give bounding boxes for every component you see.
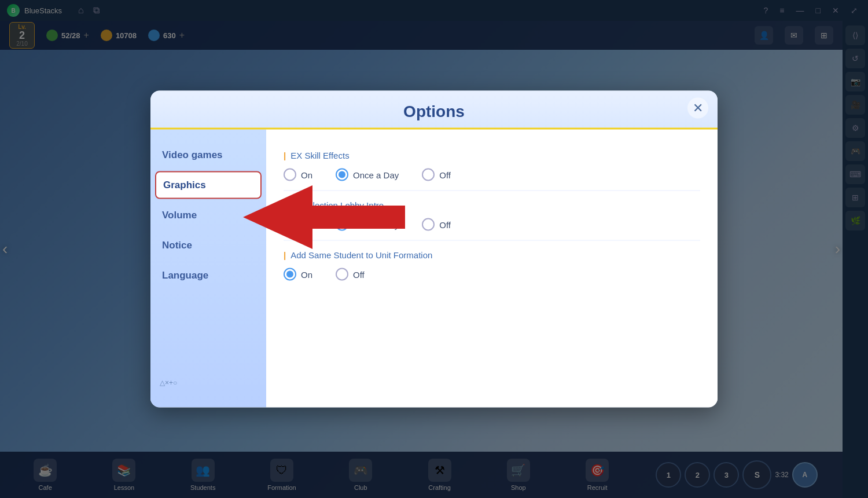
options-sidebar: Video games Graphics Volume Notice Langu… bbox=[150, 130, 266, 408]
dialog-close-button[interactable]: ✕ bbox=[687, 98, 708, 119]
lobby-intro-once[interactable]: Once a Day bbox=[336, 218, 399, 231]
dialog-header: Options ✕ bbox=[150, 91, 718, 130]
lobby-intro-once-label: Once a Day bbox=[353, 219, 399, 229]
options-nav-volume[interactable]: Volume bbox=[150, 202, 266, 229]
lobby-intro-options: On Once a Day Off bbox=[284, 218, 700, 231]
ex-skills-once-label: Once a Day bbox=[353, 170, 399, 180]
options-nav-video-games[interactable]: Video games bbox=[150, 141, 266, 169]
sidebar-footer: △×+○ bbox=[150, 369, 266, 396]
unit-formation-off-label: Off bbox=[353, 269, 365, 279]
ex-skills-once[interactable]: Once a Day bbox=[336, 169, 399, 181]
lobby-intro-off-label: Off bbox=[439, 219, 451, 229]
options-nav-notice[interactable]: Notice bbox=[150, 232, 266, 259]
options-nav-graphics[interactable]: Graphics bbox=[155, 171, 262, 199]
unit-formation-off[interactable]: Off bbox=[336, 268, 365, 281]
ex-skills-off[interactable]: Off bbox=[422, 169, 451, 181]
ex-skills-options: On Once a Day Off bbox=[284, 169, 700, 181]
unit-formation-on-label: On bbox=[301, 269, 312, 279]
lobby-intro-section: Recollection Lobby Intro On Once a Day O… bbox=[284, 191, 700, 241]
options-content: EX Skill Effects On Once a Day Off bbox=[266, 130, 718, 408]
ex-skills-off-radio[interactable] bbox=[422, 169, 435, 181]
options-dialog: Options ✕ Video games Graphics Volume No… bbox=[150, 91, 718, 408]
ex-skills-on-label: On bbox=[301, 170, 312, 180]
dialog-title: Options bbox=[403, 102, 465, 128]
options-nav-language[interactable]: Language bbox=[150, 262, 266, 290]
unit-formation-on[interactable]: On bbox=[284, 268, 312, 281]
lobby-intro-off[interactable]: Off bbox=[422, 218, 451, 231]
unit-formation-section: Add Same Student to Unit Formation On Of… bbox=[284, 241, 700, 290]
dialog-body: Video games Graphics Volume Notice Langu… bbox=[150, 130, 718, 408]
lobby-intro-on-radio[interactable] bbox=[284, 218, 296, 231]
ex-skills-on-radio[interactable] bbox=[284, 169, 296, 181]
lobby-intro-once-radio[interactable] bbox=[336, 218, 348, 231]
ex-skills-section: EX Skill Effects On Once a Day Off bbox=[284, 141, 700, 191]
lobby-intro-title: Recollection Lobby Intro bbox=[284, 200, 700, 210]
unit-formation-title: Add Same Student to Unit Formation bbox=[284, 250, 700, 260]
ex-skills-once-radio[interactable] bbox=[336, 169, 348, 181]
unit-formation-on-radio[interactable] bbox=[284, 268, 296, 281]
lobby-intro-off-radio[interactable] bbox=[422, 218, 435, 231]
unit-formation-options: On Off bbox=[284, 268, 700, 281]
ex-skills-off-label: Off bbox=[439, 170, 451, 180]
ex-skills-title: EX Skill Effects bbox=[284, 151, 700, 160]
lobby-intro-on-label: On bbox=[301, 219, 312, 229]
lobby-intro-on[interactable]: On bbox=[284, 218, 312, 231]
unit-formation-off-radio[interactable] bbox=[336, 268, 348, 281]
ex-skills-on[interactable]: On bbox=[284, 169, 312, 181]
